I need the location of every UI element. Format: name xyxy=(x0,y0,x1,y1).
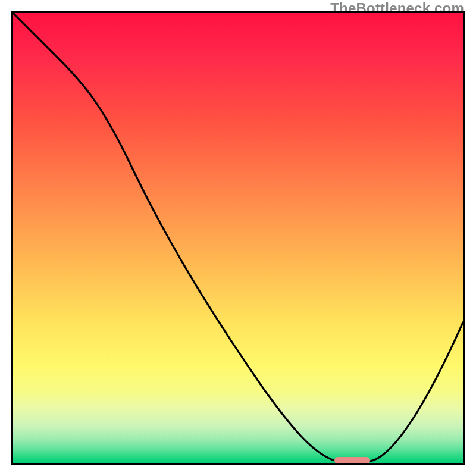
bottleneck-chart: TheBottleneck.com xyxy=(0,0,476,476)
plot-area xyxy=(11,11,465,465)
bottleneck-curve xyxy=(13,13,463,463)
optimal-range-marker xyxy=(334,457,370,464)
curve-path xyxy=(13,13,463,461)
